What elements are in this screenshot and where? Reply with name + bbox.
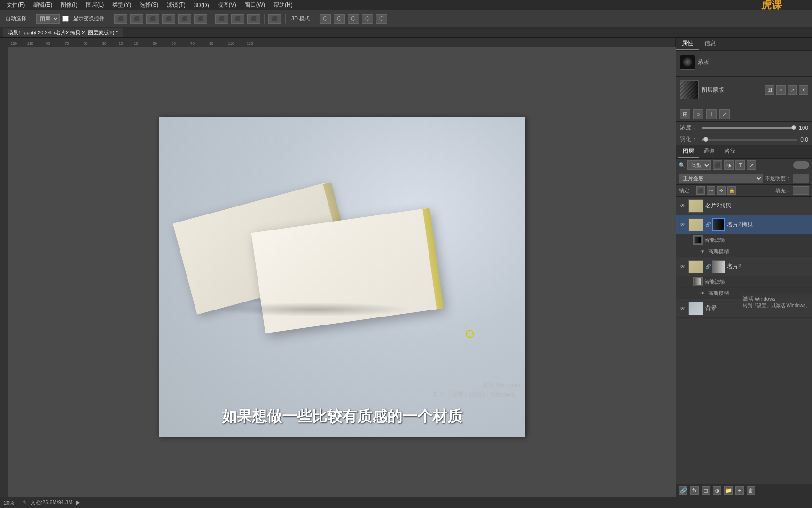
- ruler-tick: -110: [26, 41, 33, 46]
- filter-toggle[interactable]: [793, 161, 809, 169]
- density-slider-thumb[interactable]: [791, 125, 796, 130]
- ruler-tick: 130: [247, 41, 253, 46]
- ruler-tick: 50: [172, 41, 176, 46]
- dist-d-btn[interactable]: ⬛: [268, 14, 281, 24]
- align-top-btn[interactable]: ⬛: [114, 14, 127, 24]
- mask-selection-btn[interactable]: ⊞: [680, 109, 690, 119]
- lock-label: 锁定：: [679, 187, 695, 194]
- layer-eye-0[interactable]: 👁: [679, 203, 687, 209]
- lock-pixels-btn[interactable]: ⬛: [696, 186, 705, 195]
- lock-all-btn[interactable]: 🔒: [727, 186, 736, 195]
- mask-icon-btn-1[interactable]: ⊞: [765, 85, 774, 95]
- menu-item-layer[interactable]: 图层(L): [82, 0, 108, 10]
- 3d-btn2[interactable]: ⬡: [334, 14, 345, 24]
- layer-list[interactable]: 👁 名片2拷贝 👁 🔗: [676, 197, 812, 484]
- align-bottom-btn[interactable]: ⬛: [146, 14, 159, 24]
- layer-tab-paths[interactable]: 路径: [719, 145, 740, 158]
- canvas-content: 如果想做一些比较有质感的一个材质 激活 Windows 转到「设置」以激活 Wi…: [8, 56, 676, 497]
- document-tab[interactable]: 场景1.jpg @ 20.2% (名片2 拷贝 2, 图层蒙版/8) *: [3, 28, 123, 37]
- layer-tab-layers[interactable]: 图层: [678, 145, 699, 158]
- menu-item-view[interactable]: 视图(V): [214, 0, 240, 10]
- menu-item-file[interactable]: 文件(F): [3, 0, 29, 10]
- layer-select[interactable]: 图层 组: [36, 14, 60, 24]
- opacity-input[interactable]: [793, 174, 809, 183]
- sublayer-eye-gb1[interactable]: 👁: [699, 249, 706, 254]
- filter-shape-btn[interactable]: ↗: [747, 160, 756, 170]
- ruler-tick: 30: [153, 41, 157, 46]
- 3d-btn3[interactable]: ⬡: [348, 14, 359, 24]
- layer-eye-2[interactable]: 👁: [679, 263, 687, 270]
- fill-input[interactable]: [793, 186, 809, 195]
- layer-thumb-3: [688, 302, 703, 315]
- lock-brush-btn[interactable]: ✏: [707, 186, 715, 195]
- layer-item-0[interactable]: 👁 名片2拷贝: [676, 197, 812, 215]
- dist-h-btn[interactable]: ⬛: [215, 14, 228, 24]
- layer-delete-btn[interactable]: 🗑: [747, 486, 755, 495]
- mask-label: 蒙版: [698, 58, 709, 66]
- mask-icon-btn-4[interactable]: ✕: [799, 85, 808, 95]
- toolbar-separator-4: [285, 14, 286, 24]
- menu-item-type[interactable]: 类型(Y): [109, 0, 135, 10]
- ruler-tick: -70: [63, 41, 69, 46]
- blend-mode-select[interactable]: 正片叠底 正常: [679, 174, 763, 183]
- filter-type-select[interactable]: 类型: [687, 160, 711, 170]
- mask-invert-btn[interactable]: ○: [693, 109, 703, 119]
- menu-item-3d[interactable]: 3D(D): [190, 1, 213, 9]
- lock-move-btn[interactable]: ✛: [717, 186, 726, 195]
- arrow-btn[interactable]: ▶: [76, 500, 80, 506]
- dist-v-btn[interactable]: ⬛: [231, 14, 244, 24]
- menu-item-window[interactable]: 窗口(W): [241, 0, 269, 10]
- align-hmid-btn[interactable]: ⬛: [178, 14, 191, 24]
- density-slider[interactable]: [702, 127, 796, 129]
- filter-text-btn[interactable]: T: [735, 160, 745, 170]
- prop-tab-properties[interactable]: 属性: [676, 38, 699, 50]
- mask-icon-btn-2[interactable]: ○: [776, 85, 786, 95]
- 3d-btn4[interactable]: ⬡: [362, 14, 373, 24]
- mask-thumbnail: [680, 55, 695, 70]
- layer-adj-btn[interactable]: ◑: [713, 486, 721, 495]
- show-transform-checkbox[interactable]: [62, 16, 69, 22]
- mask-channel-btn[interactable]: ↗: [719, 109, 730, 119]
- menu-item-select[interactable]: 选择(S): [136, 0, 162, 10]
- feather-label: 羽化：: [680, 135, 699, 143]
- layer-link-icon-1: 🔗: [705, 222, 710, 227]
- layer-item-3[interactable]: 👁 背景 激活 Windows 转到「设置」以激活 Windows。: [676, 299, 812, 318]
- align-vmid-btn[interactable]: ⬛: [130, 14, 143, 24]
- feather-slider[interactable]: [702, 139, 797, 141]
- mask-edge-btn[interactable]: T: [706, 109, 717, 119]
- mask-icon-btn-3[interactable]: ↗: [788, 85, 797, 95]
- filter-pixel-btn[interactable]: ⬛: [713, 160, 722, 170]
- align-right-btn[interactable]: ⬛: [194, 14, 207, 24]
- 3d-btn1[interactable]: ⬡: [320, 14, 331, 24]
- layer-item-2[interactable]: 👁 🔗 名片2: [676, 257, 812, 276]
- feather-slider-thumb[interactable]: [703, 137, 708, 142]
- sublayer-eye-gb2[interactable]: 👁: [699, 291, 706, 296]
- mask-section: 蒙版: [676, 51, 812, 77]
- layer-link-btn[interactable]: 🔗: [679, 486, 687, 495]
- layer-mask-btn[interactable]: ◻: [702, 486, 710, 495]
- layer-item-1[interactable]: 👁 🔗 名片2拷贝: [676, 215, 812, 234]
- layer-fx-btn[interactable]: fx: [690, 486, 699, 495]
- layer-thumb-2: [688, 260, 703, 273]
- menu-item-help[interactable]: 帮助(H): [270, 0, 297, 10]
- layer-eye-3[interactable]: 👁: [679, 305, 687, 312]
- sublayer-smart-filter-1: 智能滤镜: [676, 234, 812, 246]
- layer-group-btn[interactable]: 📁: [724, 486, 733, 495]
- prop-tab-info[interactable]: 信息: [699, 38, 721, 50]
- 3d-mode-label: 3D 模式：: [289, 14, 317, 23]
- menu-item-image[interactable]: 图像(I): [57, 0, 81, 10]
- layer-thumb-0: [688, 199, 703, 213]
- 3d-btn5[interactable]: ⬡: [376, 14, 387, 24]
- layer-tab-channels[interactable]: 通道: [699, 145, 719, 158]
- align-left-btn[interactable]: ⬛: [162, 14, 175, 24]
- menu-item-edit[interactable]: 编辑(E): [30, 0, 56, 10]
- canvas-area[interactable]: 如果想做一些比较有质感的一个材质 激活 Windows 转到「设置」以激活 Wi…: [8, 47, 676, 497]
- ruler-v-label: −: [2, 54, 6, 56]
- density-value: 100: [799, 125, 808, 131]
- layer-name-3: 背景: [705, 304, 809, 312]
- menu-item-filter[interactable]: 滤镜(T): [163, 0, 189, 10]
- layer-eye-1[interactable]: 👁: [679, 222, 687, 228]
- dist-c-btn[interactable]: ⬛: [247, 14, 260, 24]
- filter-adj-btn[interactable]: ◑: [724, 160, 734, 170]
- layer-new-btn[interactable]: +: [735, 486, 744, 495]
